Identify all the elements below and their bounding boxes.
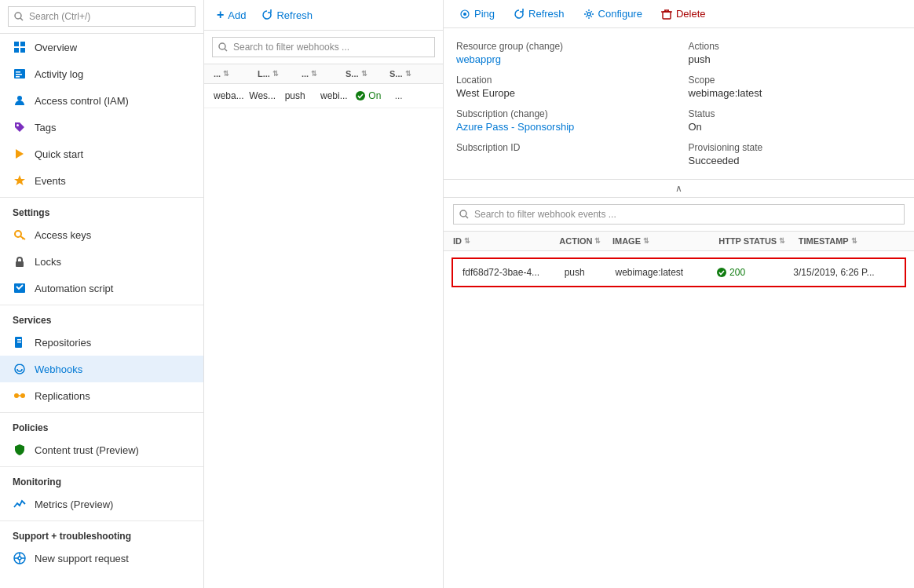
sort-icon-event-id[interactable]: ⇅ — [464, 237, 470, 245]
svg-point-28 — [356, 91, 365, 100]
quick-start-icon — [13, 147, 27, 161]
right-toolbar: Ping Refresh Configure Delete — [444, 0, 914, 28]
webhook-icon — [13, 362, 27, 376]
event-table-header: ID ⇅ ACTION ⇅ IMAGE ⇅ HTTP STATUS ⇅ TIME… — [444, 232, 914, 251]
svg-rect-3 — [20, 48, 25, 53]
sidebar-search-container — [0, 0, 203, 34]
sidebar-item-label-replications: Replications — [35, 390, 90, 402]
svg-rect-2 — [14, 48, 19, 53]
sidebar-item-access-control[interactable]: Access control (IAM) — [0, 87, 203, 114]
automation-icon — [13, 281, 27, 295]
subscription-link[interactable]: Azure Pass - Sponsorship — [456, 121, 574, 133]
sidebar-item-new-support[interactable]: New support request — [0, 545, 203, 572]
middle-refresh-button[interactable]: Refresh — [258, 8, 316, 23]
svg-rect-7 — [16, 76, 20, 78]
subscription-id-field: Subscription ID — [456, 142, 670, 166]
replication-icon — [13, 389, 27, 403]
svg-point-8 — [17, 96, 22, 100]
section-support: Support + troubleshooting — [0, 520, 203, 545]
sidebar-item-label-quick-start: Quick start — [35, 148, 83, 160]
status-field: Status On — [689, 108, 902, 133]
sidebar-item-repositories[interactable]: Repositories — [0, 329, 203, 356]
activity-log-icon — [13, 67, 27, 81]
webhook-status-col: On — [356, 90, 391, 101]
sidebar-item-label-access-keys: Access keys — [35, 229, 91, 241]
sidebar-item-overview[interactable]: Overview — [0, 34, 203, 60]
subscription-field: Subscription (change) Azure Pass - Spons… — [456, 108, 670, 133]
sidebar-item-locks[interactable]: Locks — [0, 248, 203, 275]
webhooks-search-input[interactable] — [212, 37, 435, 57]
configure-button[interactable]: Configure — [580, 6, 645, 21]
event-search-input[interactable] — [453, 204, 905, 225]
event-col-http-status: HTTP STATUS ⇅ — [718, 236, 798, 246]
sidebar: Overview Activity log Access control (IA… — [0, 0, 204, 588]
actions-field: Actions push — [689, 41, 902, 65]
sort-icon-location[interactable]: ⇅ — [272, 70, 279, 78]
webhook-scope-col: webi... — [320, 90, 356, 101]
configure-icon — [583, 9, 594, 20]
sidebar-item-content-trust[interactable]: Content trust (Preview) — [0, 436, 203, 463]
sidebar-item-events[interactable]: Events — [0, 167, 203, 194]
lock-icon — [13, 254, 27, 268]
collapse-toggle[interactable]: ∧ — [444, 180, 914, 198]
key-icon — [13, 228, 27, 242]
status-ok-icon — [356, 91, 365, 100]
event-image-col: webimage:latest — [615, 267, 717, 278]
sort-icon-event-image[interactable]: ⇅ — [643, 237, 649, 245]
webhook-action-col: push — [285, 90, 320, 101]
event-log-row[interactable]: fdf68d72-3bae-4... push webimage:latest … — [452, 257, 906, 287]
event-col-action: ACTION ⇅ — [559, 236, 612, 246]
svg-point-31 — [587, 13, 590, 16]
add-button[interactable]: + Add — [214, 6, 249, 24]
http-ok-icon — [717, 268, 726, 277]
sidebar-item-replications[interactable]: Replications — [0, 382, 203, 409]
svg-rect-14 — [16, 261, 24, 267]
delete-button[interactable]: Delete — [658, 6, 709, 21]
sidebar-item-label-overview: Overview — [35, 42, 77, 53]
webhooks-search-container — [204, 31, 443, 64]
sort-icon-name[interactable]: ⇅ — [223, 70, 229, 78]
sidebar-search-input[interactable] — [8, 6, 196, 27]
access-control-icon — [13, 93, 27, 108]
webhook-row[interactable]: weba... Wes... push webi... On ... — [204, 84, 443, 108]
svg-rect-18 — [17, 341, 21, 343]
sidebar-item-label-support: New support request — [35, 553, 129, 564]
right-refresh-icon — [514, 9, 525, 20]
webhook-location-col: Wes... — [249, 90, 284, 101]
sidebar-item-label-activity-log: Activity log — [35, 68, 83, 80]
sort-icon-event-action[interactable]: ⇅ — [594, 237, 601, 245]
sidebar-item-label-automation: Automation script — [35, 283, 113, 294]
svg-point-23 — [18, 557, 21, 560]
sidebar-item-label-tags: Tags — [35, 122, 56, 133]
sort-icon-status[interactable]: ⇅ — [405, 70, 411, 78]
sidebar-item-activity-log[interactable]: Activity log — [0, 60, 203, 87]
sort-icon-actions[interactable]: ⇅ — [311, 70, 317, 78]
sidebar-item-tags[interactable]: Tags — [0, 114, 203, 141]
sidebar-item-quick-start[interactable]: Quick start — [0, 141, 203, 167]
event-http-status-col: 200 — [717, 267, 793, 278]
svg-rect-6 — [16, 74, 22, 75]
scope-field: Scope webimage:latest — [689, 75, 902, 99]
sidebar-item-access-keys[interactable]: Access keys — [0, 221, 203, 248]
repo-icon — [13, 335, 27, 349]
webhook-more-button[interactable]: ... — [392, 90, 433, 101]
sidebar-item-metrics[interactable]: Metrics (Preview) — [0, 491, 203, 517]
sidebar-nav: Overview Activity log Access control (IA… — [0, 34, 203, 588]
webhooks-list-panel: + Add Refresh ... ⇅ L... ⇅ ... ⇅ S... ⇅ — [204, 0, 444, 588]
sidebar-item-webhooks[interactable]: Webhooks — [0, 356, 203, 382]
event-search-container — [444, 198, 914, 232]
webhook-details: Resource group (change) webapprg Actions… — [444, 28, 914, 180]
middle-toolbar: + Add Refresh — [204, 0, 443, 31]
sidebar-item-automation-script[interactable]: Automation script — [0, 275, 203, 301]
sidebar-item-label-events: Events — [35, 175, 66, 187]
resource-group-link[interactable]: webapprg — [456, 53, 501, 65]
svg-point-20 — [20, 393, 25, 398]
middle-refresh-icon — [261, 9, 272, 20]
section-monitoring: Monitoring — [0, 466, 203, 491]
ping-button[interactable]: Ping — [456, 6, 498, 21]
right-refresh-button[interactable]: Refresh — [510, 6, 568, 21]
sort-icon-event-status[interactable]: ⇅ — [779, 237, 785, 245]
col-header-name: ... ⇅ — [214, 69, 258, 79]
sort-icon-event-ts[interactable]: ⇅ — [851, 237, 857, 245]
sort-icon-scope[interactable]: ⇅ — [361, 70, 367, 78]
